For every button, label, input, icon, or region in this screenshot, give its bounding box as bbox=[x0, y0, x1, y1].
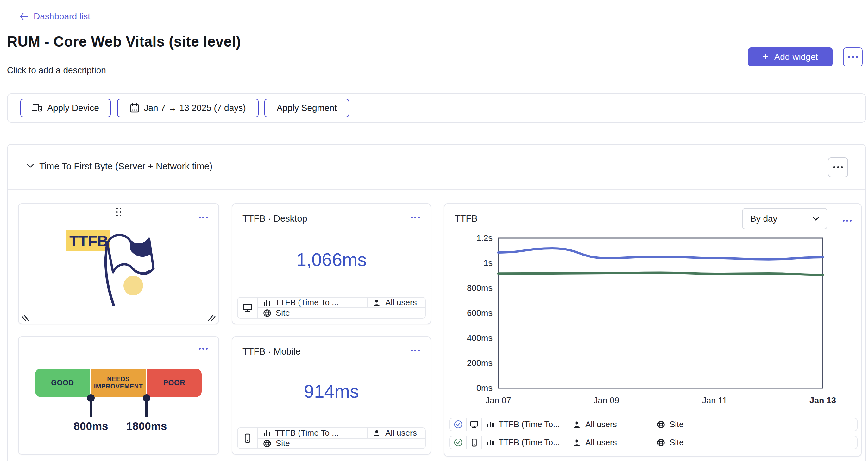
svg-text:0ms: 0ms bbox=[476, 383, 493, 393]
apply-device-button[interactable]: Apply Device bbox=[20, 99, 111, 117]
add-widget-button[interactable]: + Add widget bbox=[748, 48, 833, 66]
scope-chip[interactable]: Site bbox=[652, 418, 857, 431]
image-widget-more-menu-button[interactable] bbox=[197, 215, 210, 220]
gauge-widget-more-menu-button[interactable] bbox=[197, 346, 210, 351]
svg-text:1s: 1s bbox=[484, 258, 493, 268]
bar-chart-icon bbox=[487, 421, 494, 429]
section-collapse-chevron-icon[interactable] bbox=[26, 163, 35, 169]
widget-metadata: TTFB (Time To ... All users Site bbox=[237, 297, 426, 318]
section-header: Time To First Byte (Server + Network tim… bbox=[8, 145, 865, 190]
person-icon bbox=[572, 438, 581, 447]
filter-bar: Apply Device Jan 7 → 13 2025 (7 days) Ap… bbox=[7, 93, 866, 123]
resize-handle-bottom-left-icon[interactable] bbox=[21, 313, 30, 322]
threshold-gauge: GOOD NEEDS IMPROVEMENT POOR bbox=[35, 369, 202, 397]
globe-icon bbox=[657, 438, 665, 447]
gauge-segment-label: POOR bbox=[163, 379, 186, 387]
ellipsis-icon bbox=[411, 217, 420, 218]
metric-chip[interactable]: TTFB (Time To ... bbox=[258, 298, 368, 307]
series-visible-toggle[interactable] bbox=[450, 436, 467, 449]
dashboard-description-placeholder[interactable]: Click to add a description bbox=[7, 65, 106, 75]
date-range-button[interactable]: Jan 7 → 13 2025 (7 days) bbox=[117, 99, 259, 117]
ttfb-desktop-value: 1,066ms bbox=[232, 249, 431, 270]
globe-icon bbox=[657, 421, 665, 429]
resize-handle-bottom-right-icon[interactable] bbox=[207, 313, 216, 322]
monitor-icon bbox=[467, 418, 482, 431]
widget-ttfb-mobile: TTFB · Mobile 914ms TTFB (Time To ... Al… bbox=[232, 336, 431, 455]
scope-label: Site bbox=[670, 437, 684, 448]
device-icon bbox=[32, 103, 43, 113]
page-title: RUM - Core Web Vitals (site level) bbox=[7, 33, 241, 50]
chart-legend-row-desktop[interactable]: TTFB (Time To... All users Site bbox=[449, 418, 858, 431]
metric-label: TTFB (Time To... bbox=[499, 437, 560, 448]
scope-label: Site bbox=[276, 438, 290, 448]
audience-chip[interactable]: All users bbox=[368, 298, 425, 307]
gauge-marker-pin bbox=[90, 395, 92, 417]
audience-label: All users bbox=[385, 298, 417, 307]
widget-more-menu-button[interactable] bbox=[409, 215, 422, 220]
series-visible-toggle[interactable] bbox=[450, 418, 467, 431]
person-icon bbox=[572, 421, 581, 429]
interval-select[interactable]: By day bbox=[742, 208, 828, 229]
back-link-label: Dashboard list bbox=[34, 11, 90, 22]
person-icon bbox=[373, 299, 381, 307]
chart-title: TTFB bbox=[455, 213, 478, 224]
check-circle-icon bbox=[454, 438, 463, 447]
widget-title: TTFB · Desktop bbox=[243, 213, 307, 224]
dashboard-more-menu-button[interactable] bbox=[843, 48, 863, 66]
arrow-left-icon bbox=[18, 12, 29, 21]
back-to-dashboard-list-link[interactable]: Dashboard list bbox=[18, 11, 90, 22]
gauge-segment-good: GOOD bbox=[35, 369, 90, 397]
ttfb-mobile-value: 914ms bbox=[232, 380, 431, 402]
audience-chip[interactable]: All users bbox=[568, 436, 652, 449]
metric-chip[interactable]: TTFB (Time To... bbox=[482, 418, 568, 431]
apply-segment-button[interactable]: Apply Segment bbox=[264, 99, 349, 117]
gauge-segment-label: GOOD bbox=[51, 379, 74, 387]
audience-label: All users bbox=[585, 420, 617, 429]
ellipsis-icon bbox=[833, 166, 843, 168]
metric-chip[interactable]: TTFB (Time To... bbox=[482, 436, 568, 449]
scope-label: Site bbox=[276, 308, 290, 318]
chart-more-menu-button[interactable] bbox=[841, 218, 854, 223]
audience-chip[interactable]: All users bbox=[368, 428, 425, 438]
section-title: Time To First Byte (Server + Network tim… bbox=[39, 161, 212, 172]
ellipsis-icon bbox=[411, 349, 420, 351]
svg-text:Jan 09: Jan 09 bbox=[593, 396, 619, 405]
interval-select-value: By day bbox=[750, 214, 777, 224]
gauge-threshold-800ms: 800ms bbox=[74, 420, 108, 432]
ttfb-label-text: TTFB bbox=[69, 233, 108, 249]
audience-label: All users bbox=[585, 437, 617, 448]
scope-chip[interactable]: Site bbox=[258, 308, 425, 318]
add-widget-label: Add widget bbox=[774, 52, 818, 62]
audience-label: All users bbox=[385, 428, 417, 438]
metric-chip[interactable]: TTFB (Time To ... bbox=[258, 428, 368, 438]
metric-label: TTFB (Time To ... bbox=[275, 428, 339, 438]
globe-icon bbox=[263, 309, 271, 317]
ellipsis-icon bbox=[848, 56, 858, 58]
image-widget-thresholds-gauge[interactable]: GOOD NEEDS IMPROVEMENT POOR 800ms 1800ms bbox=[18, 336, 219, 455]
metric-label: TTFB (Time To... bbox=[499, 420, 560, 429]
svg-text:400ms: 400ms bbox=[467, 333, 493, 343]
person-icon bbox=[373, 429, 381, 437]
plus-icon: + bbox=[763, 52, 769, 62]
section-more-menu-button[interactable] bbox=[828, 157, 848, 177]
smartphone-icon bbox=[238, 428, 258, 448]
gauge-threshold-1800ms: 1800ms bbox=[126, 420, 167, 432]
scope-chip[interactable]: Site bbox=[258, 438, 425, 448]
audience-chip[interactable]: All users bbox=[568, 418, 652, 431]
scope-chip[interactable]: Site bbox=[652, 436, 857, 449]
image-widget-ttfb[interactable]: TTFB bbox=[18, 203, 219, 324]
bar-chart-icon bbox=[263, 299, 271, 307]
drag-handle-icon[interactable] bbox=[116, 208, 121, 216]
monitor-icon bbox=[238, 298, 258, 318]
widget-ttfb-desktop: TTFB · Desktop 1,066ms TTFB (Time To ...… bbox=[232, 203, 431, 324]
ellipsis-icon bbox=[199, 348, 208, 349]
calendar-icon bbox=[130, 103, 139, 113]
chart-legend-row-mobile[interactable]: TTFB (Time To... All users Site bbox=[449, 436, 858, 449]
metric-label: TTFB (Time To ... bbox=[275, 298, 339, 307]
bar-chart-icon bbox=[263, 429, 271, 437]
gauge-segment-label: NEEDS IMPROVEMENT bbox=[94, 375, 143, 390]
widget-ttfb-chart: TTFB By day 1.2s1s800ms600ms400ms200ms0m… bbox=[444, 203, 862, 457]
svg-text:Jan 11: Jan 11 bbox=[702, 396, 727, 405]
widget-more-menu-button[interactable] bbox=[409, 348, 422, 354]
widget-metadata: TTFB (Time To ... All users Site bbox=[237, 427, 426, 449]
